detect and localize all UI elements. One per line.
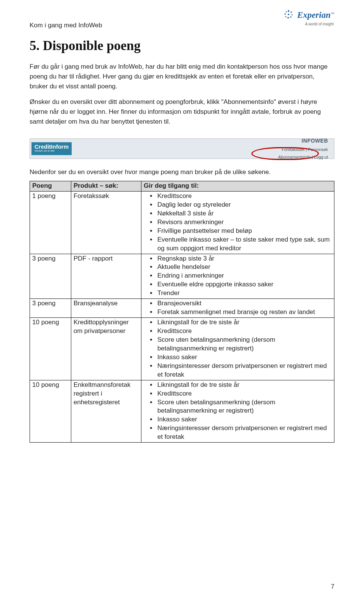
list-item: Trender: [157, 289, 332, 298]
cell-produkt: Foretakssøk: [71, 191, 141, 254]
link-logg-ut[interactable]: Logg ut: [314, 155, 328, 159]
th-produkt: Produkt – søk:: [71, 181, 141, 192]
cell-tilgang: Likningstall for de tre siste årKreditts…: [141, 380, 334, 443]
page-header: Kom i gang med InfoWeb Experian™ A world…: [30, 14, 334, 30]
list-item: Score uten betalingsanmerkning (dersom b…: [157, 336, 332, 353]
svg-point-1: [290, 11, 292, 13]
svg-point-4: [287, 17, 289, 19]
list-item: Bransjeoversikt: [157, 299, 332, 308]
link-foretakssok[interactable]: Foretakssøk: [282, 147, 305, 152]
list-item: Inkasso saker: [157, 353, 332, 362]
ci-sub: Verden om å vite: [35, 149, 69, 152]
cell-tilgang: Likningstall for de tre siste årKreditts…: [141, 318, 334, 380]
cell-poeng: 3 poeng: [30, 254, 71, 299]
table-row: 3 poengBransjeanalyseBransjeoversiktFore…: [30, 299, 334, 318]
table-row: 1 poengForetakssøkKredittscoreDaglig led…: [30, 191, 334, 254]
list-item: Eventuelle inkasso saker – to siste sake…: [157, 236, 332, 253]
list-item: Eventuelle eldre oppgjorte inkasso saker: [157, 280, 332, 289]
section-heading: 5. Disponible poeng: [30, 36, 334, 56]
list-item: Regnskap siste 3 år: [157, 254, 332, 263]
banner-links-row-1: Foretakssøk | Personsøk: [282, 146, 328, 153]
list-item: Daglig leder og styreleder: [157, 201, 332, 209]
svg-point-3: [290, 16, 291, 17]
list-item: Frivillige pantsettelser med beløp: [157, 227, 332, 236]
experian-logo: Experian™ A world of insight: [284, 8, 334, 27]
infoweb-banner: CreditInform Verden om å vite INFOWEB Fo…: [30, 138, 334, 159]
logo-dots-icon: [284, 10, 293, 19]
ci-name: CreditInform: [35, 143, 69, 150]
intro-paragraph-2: Ønsker du en oversikt over ditt abonneme…: [30, 97, 334, 127]
list-item: Foretak sammenlignet med bransje og rest…: [157, 308, 332, 317]
logo-tagline: A world of insight: [284, 21, 334, 27]
infoweb-label: INFOWEB: [301, 137, 328, 145]
list-item: Næringsinteresser dersom privatpersonen …: [157, 424, 332, 441]
cell-tilgang: KredittscoreDaglig leder og styrelederNø…: [141, 191, 334, 254]
list-item: Aktuelle hendelser: [157, 263, 332, 272]
svg-point-7: [286, 11, 287, 12]
link-abonnementsinfo[interactable]: Abonnementsinfo: [278, 155, 311, 159]
th-tilgang: Gir deg tilgang til:: [141, 181, 334, 192]
cell-poeng: 3 poeng: [30, 299, 71, 318]
list-item: Næringsinteresser dersom privatpersonen …: [157, 362, 332, 379]
link-personsok[interactable]: Personsøk: [308, 147, 328, 152]
list-item: Kredittscore: [157, 390, 332, 398]
creditinform-badge: CreditInform Verden om å vite: [31, 142, 72, 155]
cell-produkt: Enkeltmannsforetak registrert i enhetsre…: [71, 380, 141, 443]
doc-title: Kom i gang med InfoWeb: [30, 14, 102, 30]
list-item: Kredittscore: [157, 192, 332, 201]
cell-tilgang: Regnskap siste 3 årAktuelle hendelserEnd…: [141, 254, 334, 299]
svg-point-5: [285, 16, 286, 17]
list-item: Nøkkeltall 3 siste år: [157, 209, 332, 218]
th-poeng: Poeng: [30, 181, 71, 192]
intro-paragraph-1: Før du går i gang med bruk av InfoWeb, h…: [30, 62, 334, 92]
list-item: Likningstall for de tre siste år: [157, 318, 332, 327]
table-row: 3 poengPDF - rapportRegnskap siste 3 årA…: [30, 254, 334, 299]
list-item: Endring i anmerkninger: [157, 272, 332, 280]
list-item: Score uten betalingsanmerkning (dersom b…: [157, 398, 332, 416]
cell-poeng: 1 poeng: [30, 191, 71, 254]
page-number: 7: [331, 582, 334, 592]
table-header-row: Poeng Produkt – søk: Gir deg tilgang til…: [30, 181, 334, 192]
cell-produkt: PDF - rapport: [71, 254, 141, 299]
poeng-table: Poeng Produkt – søk: Gir deg tilgang til…: [30, 181, 334, 443]
list-item: Inkasso saker: [157, 415, 332, 424]
banner-links-row-2: Abonnementsinfo | Logg ut: [278, 154, 328, 160]
cell-produkt: Kredittopplysninger om privatpersoner: [71, 318, 141, 380]
cell-produkt: Bransjeanalyse: [71, 299, 141, 318]
table-row: 10 poengKredittopplysninger om privatper…: [30, 318, 334, 380]
svg-point-8: [288, 14, 289, 15]
svg-point-6: [284, 13, 286, 15]
logo-brand-text: Experian: [297, 10, 331, 20]
cell-tilgang: BransjeoversiktForetak sammenlignet med …: [141, 299, 334, 318]
svg-point-2: [292, 14, 293, 16]
list-item: Kredittscore: [157, 327, 332, 336]
cell-poeng: 10 poeng: [30, 318, 71, 380]
svg-point-0: [288, 10, 289, 12]
list-item: Likningstall for de tre siste år: [157, 381, 332, 390]
list-item: Revisors anmerkninger: [157, 218, 332, 227]
cell-poeng: 10 poeng: [30, 380, 71, 443]
table-row: 10 poengEnkeltmannsforetak registrert i …: [30, 380, 334, 443]
table-intro: Nedenfor ser du en oversikt over hvor ma…: [30, 167, 334, 177]
